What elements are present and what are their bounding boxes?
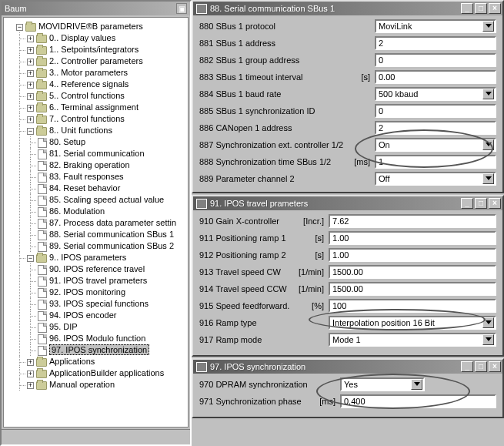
- window-91-titlebar[interactable]: 91. IPOS travel prameters _ □ ×: [193, 196, 502, 210]
- tree-group[interactable]: 0.. Display values: [49, 33, 115, 42]
- param-field[interactable]: 0.00: [375, 70, 496, 84]
- tree-group[interactable]: 6.. Terminal assignment: [49, 102, 139, 112]
- expand-icon[interactable]: +: [27, 93, 34, 100]
- param-field[interactable]: 0.400: [340, 394, 496, 408]
- expand-icon[interactable]: +: [27, 59, 34, 65]
- expand-icon[interactable]: +: [27, 47, 34, 54]
- chevron-down-icon[interactable]: [482, 21, 494, 32]
- tree-item[interactable]: 94. IPOS encoder: [49, 310, 116, 320]
- folder-icon: [25, 23, 36, 32]
- param-unit: [%]: [298, 301, 329, 310]
- chevron-down-icon[interactable]: [482, 89, 494, 99]
- tree-item[interactable]: 83. Fault responses: [49, 172, 124, 181]
- expand-icon[interactable]: −: [27, 255, 34, 262]
- tree-item[interactable]: 84. Reset behavior: [49, 183, 120, 193]
- param-field[interactable]: 1.00: [329, 231, 496, 245]
- folder-icon: [36, 81, 47, 89]
- tree-group[interactable]: 9.. IPOS parameters: [49, 253, 126, 262]
- param-field[interactable]: 0: [375, 53, 496, 67]
- expand-icon[interactable]: −: [27, 128, 34, 135]
- tree-item[interactable]: 86. Modulation: [49, 206, 105, 216]
- folder-icon: [36, 127, 47, 136]
- param-field[interactable]: 1500.00: [329, 265, 496, 279]
- close-button[interactable]: ×: [489, 3, 501, 14]
- tree-item[interactable]: 88. Serial communication SBus 1: [49, 230, 174, 239]
- chevron-down-icon[interactable]: [482, 139, 494, 150]
- tree-group[interactable]: 5.. Control functions: [49, 91, 125, 100]
- param-combo[interactable]: Mode 1: [329, 333, 496, 347]
- maximize-button[interactable]: □: [475, 361, 487, 372]
- window-88-titlebar[interactable]: 88. Serial communication SBus 1 _ □ ×: [193, 2, 502, 15]
- param-field[interactable]: 2: [375, 36, 496, 50]
- tree-item[interactable]: 80. Setup: [49, 137, 85, 146]
- tree-body[interactable]: −MOVIDRIVE®B parameters +0.. Display val…: [3, 17, 189, 428]
- param-field[interactable]: 7.62: [329, 214, 496, 228]
- expand-icon[interactable]: +: [27, 35, 34, 42]
- expand-icon[interactable]: +: [27, 82, 34, 89]
- tree-group[interactable]: 7.. Control functions: [49, 114, 125, 123]
- tree-group[interactable]: 8.. Unit functions: [49, 126, 112, 135]
- param-row: 913 Travel speed CW[1/min]1500.00: [199, 264, 496, 279]
- tree-group[interactable]: 4.. Reference signals: [49, 79, 129, 89]
- document-icon: [38, 334, 47, 344]
- param-combo[interactable]: Yes: [340, 377, 425, 391]
- window-icon: [196, 199, 207, 209]
- close-button[interactable]: ×: [489, 198, 501, 209]
- tree-group[interactable]: Applications: [49, 357, 95, 366]
- maximize-button[interactable]: □: [475, 198, 487, 209]
- tree-group[interactable]: 3.. Motor parameters: [49, 68, 128, 77]
- chevron-down-icon[interactable]: [411, 379, 422, 390]
- param-combo[interactable]: MoviLink: [375, 19, 496, 33]
- window-97-titlebar[interactable]: 97. IPOS synchronization _ □ ×: [193, 360, 502, 374]
- chevron-down-icon[interactable]: [482, 173, 494, 184]
- param-field[interactable]: 1500.00: [329, 282, 496, 296]
- expand-icon[interactable]: +: [27, 371, 34, 377]
- param-field[interactable]: 0: [375, 104, 496, 118]
- expand-icon[interactable]: +: [27, 105, 34, 112]
- minimize-button[interactable]: _: [461, 361, 473, 372]
- tree-item[interactable]: 85. Scaling speed actual value: [49, 195, 164, 204]
- tree-item[interactable]: 93. IPOS special functions: [49, 299, 149, 308]
- combo-value: MoviLink: [379, 21, 412, 32]
- param-combo[interactable]: Interpolation position 16 Bit: [329, 316, 496, 330]
- folder-icon: [36, 254, 47, 263]
- minimize-button[interactable]: _: [461, 198, 473, 209]
- tree-item[interactable]: 97. IPOS synchronization: [49, 344, 149, 355]
- tree-item[interactable]: 87. Process data parameter settin: [49, 218, 176, 227]
- tree-group[interactable]: 2.. Controller parameters: [49, 56, 143, 65]
- param-row: 889 Parameter channel 2Off: [199, 171, 496, 186]
- tree-group[interactable]: Manual operation: [49, 380, 115, 389]
- expand-icon[interactable]: −: [16, 24, 23, 31]
- tree-item[interactable]: 95. DIP: [49, 322, 78, 331]
- pin-icon[interactable]: ▣: [176, 3, 187, 14]
- param-field[interactable]: 2: [375, 121, 496, 135]
- maximize-button[interactable]: □: [475, 3, 487, 14]
- param-combo[interactable]: Off: [375, 172, 496, 186]
- tree-item[interactable]: 96. IPOS Modulo function: [49, 334, 145, 343]
- param-combo[interactable]: 500 kbaud: [375, 87, 496, 101]
- chevron-down-icon[interactable]: [482, 317, 494, 328]
- expand-icon[interactable]: +: [27, 116, 34, 123]
- expand-icon[interactable]: +: [27, 70, 34, 77]
- folder-icon: [36, 35, 47, 43]
- tree-item[interactable]: 81. Serial communication: [49, 149, 145, 158]
- tree-root[interactable]: MOVIDRIVE®B parameters: [38, 22, 143, 31]
- param-row: 885 SBus 1 synchronization ID0: [199, 103, 496, 118]
- tree-item[interactable]: 82. Braking operation: [49, 160, 130, 169]
- tree-item[interactable]: 89. Serial communication SBus 2: [49, 241, 174, 250]
- param-field[interactable]: 1.00: [329, 248, 496, 262]
- tree-group[interactable]: ApplicationBuilder applications: [49, 368, 164, 377]
- param-field[interactable]: 100: [329, 299, 496, 313]
- param-field[interactable]: 1: [375, 155, 496, 169]
- chevron-down-icon[interactable]: [482, 334, 494, 345]
- param-combo[interactable]: On: [375, 138, 496, 152]
- minimize-button[interactable]: _: [461, 3, 473, 14]
- expand-icon[interactable]: +: [27, 382, 34, 389]
- tree-item[interactable]: 91. IPOS travel prameters: [49, 276, 147, 285]
- tree-item[interactable]: 92. IPOS monitoring: [49, 287, 125, 297]
- document-icon: [38, 161, 47, 171]
- tree-item[interactable]: 90. IPOS reference travel: [49, 264, 145, 273]
- tree-group[interactable]: 1.. Setpoints/integrators: [49, 45, 139, 54]
- close-button[interactable]: ×: [489, 361, 501, 372]
- expand-icon[interactable]: +: [27, 359, 34, 366]
